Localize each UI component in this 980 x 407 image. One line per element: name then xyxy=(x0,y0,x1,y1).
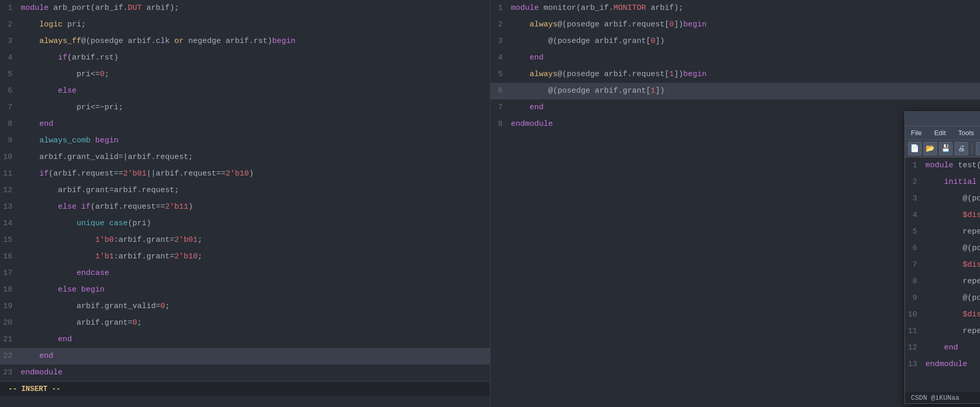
token xyxy=(511,20,530,29)
line-content: $display($time); xyxy=(924,207,981,224)
table-row: 9 always_comb begin xyxy=(0,133,490,149)
token xyxy=(21,136,39,145)
token xyxy=(105,219,109,228)
token: :arbif.grant= xyxy=(114,252,174,261)
token: MONITOR xyxy=(614,4,646,12)
toolbar-new[interactable]: 📄 xyxy=(908,142,922,155)
token: endmodule xyxy=(511,120,553,128)
table-row: 2 always@(posedge arbif.request[0])begin xyxy=(491,17,981,33)
token: pri<= xyxy=(21,70,100,79)
token: (pri) xyxy=(128,219,151,228)
token xyxy=(926,343,944,352)
token: :arbif.grant= xyxy=(114,236,174,244)
token: $display xyxy=(963,211,980,220)
token: if xyxy=(81,202,91,211)
line-content: end xyxy=(19,348,53,365)
token: ; xyxy=(165,302,170,311)
token xyxy=(511,53,530,62)
gvim-window[interactable]: test.sv (/home/project/cp_train.../chenm… xyxy=(904,111,981,404)
token: (arbif.request== xyxy=(49,169,123,178)
line-content: end xyxy=(19,331,72,348)
toolbar-save[interactable]: 💾 xyxy=(939,142,953,155)
line-number: 23 xyxy=(0,365,19,381)
token: 0 xyxy=(651,37,656,46)
token: $display xyxy=(963,310,980,319)
table-row: 8 repeat(2) @(posedge arbif.clk); xyxy=(905,273,981,290)
token xyxy=(21,285,58,294)
line-content: pri<=~pri; xyxy=(19,99,123,116)
line-number: 11 xyxy=(905,323,924,340)
token xyxy=(21,20,39,29)
token xyxy=(926,178,944,186)
gvim-toolbar[interactable]: 📄 📂 💾 🖨 ↩ ↪ ✂ 📋 📌 🔍 ▶ ◀ ? xyxy=(905,140,981,157)
left-status-bar: -- INSERT -- xyxy=(0,381,490,396)
line-number: 12 xyxy=(905,340,924,356)
toolbar-open[interactable]: 📂 xyxy=(924,142,937,155)
line-content: @(posedge arbif.clk) arbif.request<=2'b0… xyxy=(924,191,981,207)
main-area: 1module arb_port(arb_if.DUT arbif);2 log… xyxy=(0,0,980,407)
line-number: 8 xyxy=(491,116,509,133)
table-row: 12 end xyxy=(905,340,981,356)
line-content: @(posedge arbif.grant[1]) xyxy=(509,83,665,99)
token: end xyxy=(39,120,53,128)
line-content: endmodule xyxy=(19,365,63,381)
table-row: 5 pri<=0; xyxy=(0,66,490,83)
token: @(posedge arbif.clk xyxy=(81,37,174,46)
line-content: if(arbif.rst) xyxy=(19,50,118,66)
gvim-menubar[interactable]: FileEditToolsSyntaxBuffersWindowHelp xyxy=(905,126,981,140)
table-row: 1module monitor(arb_if.MONITOR arbif); xyxy=(491,0,981,17)
token: end xyxy=(39,352,53,360)
line-number: 4 xyxy=(905,207,924,224)
token: arbif.grant= xyxy=(21,318,132,327)
toolbar-print[interactable]: 🖨 xyxy=(955,142,968,155)
token: end xyxy=(58,335,72,344)
table-row: 2 logic pri; xyxy=(0,17,490,33)
line-content: end xyxy=(19,116,53,133)
token: 2'b01 xyxy=(123,169,146,178)
token: ; xyxy=(198,236,202,244)
line-number: 4 xyxy=(0,50,19,66)
menu-item-tools[interactable]: Tools xyxy=(956,128,976,138)
table-row: 10 $display($time); xyxy=(905,307,981,323)
toolbar-undo[interactable]: ↩ xyxy=(976,142,981,155)
line-number: 6 xyxy=(905,240,924,257)
token xyxy=(77,202,81,211)
token: or xyxy=(174,37,184,46)
line-content: module arb_port(arb_if.DUT arbif); xyxy=(19,0,179,17)
line-number: 8 xyxy=(0,116,19,133)
menu-item-file[interactable]: File xyxy=(909,128,924,138)
table-row: 6 else xyxy=(0,83,490,99)
token: @(posedge arbif.grant[ xyxy=(511,86,651,95)
table-row: 16 1'b1:arbif.grant=2'b10; xyxy=(0,249,490,265)
token: begin xyxy=(272,37,295,46)
line-number: 3 xyxy=(0,33,19,50)
line-content: if(arbif.request==2'b01||arbif.request==… xyxy=(19,166,254,182)
table-row: 14 unique case(pri) xyxy=(0,215,490,232)
table-row: 4 $display($time); xyxy=(905,207,981,224)
token: $display xyxy=(963,260,980,269)
token: begin xyxy=(81,285,105,294)
token xyxy=(511,70,530,79)
table-row: 23endmodule xyxy=(0,365,490,381)
token: 1'b1 xyxy=(95,252,114,261)
line-content: end xyxy=(509,99,544,116)
line-content: endmodule xyxy=(924,356,968,373)
gvim-code-container: 1module test(arb_if.TEST arbif);2 initia… xyxy=(905,157,981,373)
line-number: 2 xyxy=(491,17,509,33)
line-number: 10 xyxy=(905,307,924,323)
token: ]) xyxy=(674,20,684,29)
table-row: 10 arbif.grant_valid=|arbif.request; xyxy=(0,149,490,166)
menu-item-edit[interactable]: Edit xyxy=(932,128,947,138)
line-content: end xyxy=(509,50,544,66)
line-content: repeat(2) @(posedge arbif.clk); xyxy=(924,224,981,240)
line-number: 16 xyxy=(0,249,19,265)
line-content: logic pri; xyxy=(19,17,86,33)
token: 2'b10 xyxy=(226,169,249,178)
line-number: 17 xyxy=(0,265,19,282)
token xyxy=(511,103,530,112)
line-number: 11 xyxy=(0,166,19,182)
table-row: 6 @(posedge arbif.grant[1]) xyxy=(491,83,981,99)
table-row: 3 @(posedge arbif.grant[0]) xyxy=(491,33,981,50)
token xyxy=(21,202,58,211)
table-row: 9 @(posedge arbif.clk) arbif.request<=2'… xyxy=(905,290,981,307)
